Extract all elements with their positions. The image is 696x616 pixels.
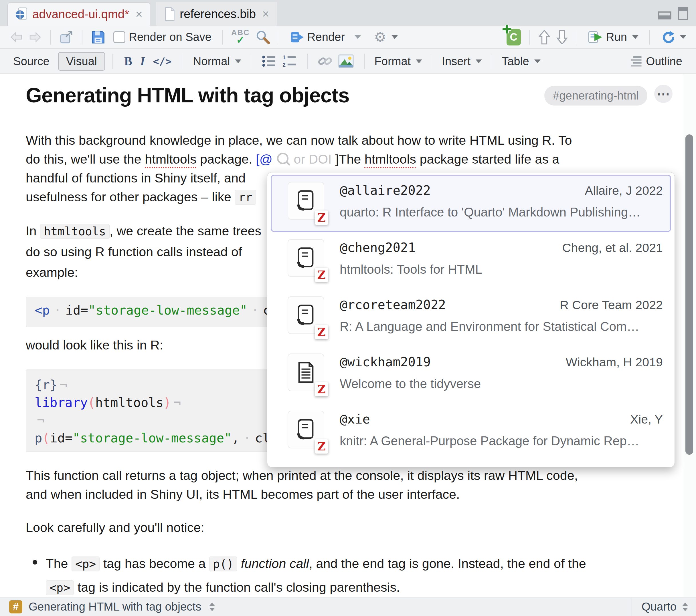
italic-button[interactable]: I — [140, 54, 145, 68]
section-more-button[interactable]: ⋯ — [654, 85, 673, 103]
text-segment: {r} — [35, 377, 57, 392]
format-menu[interactable]: Format — [372, 53, 424, 69]
reference-type-icon: Z — [288, 411, 324, 449]
text-segment: ( — [42, 431, 50, 445]
link-icon[interactable] — [317, 54, 333, 68]
editor-scrollbar[interactable] — [683, 74, 696, 597]
text-segment: htmltools — [365, 152, 416, 166]
citation-body: @cheng2021 Cheng, et al. 2021 htmltools:… — [340, 239, 663, 277]
minimize-icon[interactable] — [658, 12, 671, 19]
citation-body: @wickham2019 Wickham, H 2019 Welcome to … — [340, 354, 663, 391]
render-button[interactable]: Render — [288, 29, 347, 45]
citation-title: htmltools: Tools for HTML — [340, 262, 663, 277]
render-on-save-checkbox[interactable]: Render on Save — [111, 29, 214, 45]
outline-toggle[interactable]: Outline — [628, 53, 684, 69]
close-icon[interactable]: × — [134, 7, 143, 21]
text-segment — [237, 556, 241, 571]
citation-body: @allaire2022 Allaire, J 2022 quarto: R I… — [340, 182, 663, 220]
text-segment: · — [50, 303, 65, 318]
source-mode-button[interactable]: Source — [13, 55, 49, 68]
render-on-save-label: Render on Save — [129, 31, 211, 44]
text-segment: do this, we'll use the — [26, 152, 145, 166]
spellcheck-icon[interactable]: ABC ✓ — [231, 29, 250, 45]
svg-text:2: 2 — [283, 62, 286, 68]
find-icon[interactable] — [256, 30, 270, 45]
close-icon[interactable]: × — [260, 7, 269, 21]
back-icon[interactable] — [10, 31, 23, 44]
inline-code-button[interactable]: </> — [153, 55, 171, 67]
citation-title: R: A Language and Environment for Statis… — [340, 320, 663, 334]
save-icon[interactable] — [91, 30, 105, 44]
source-tools-button[interactable] — [658, 28, 689, 46]
run-label: Run — [606, 31, 627, 44]
paragraph-look-carefully: Look carefully and you'll notice: — [26, 518, 670, 537]
render-dropdown-caret[interactable] — [354, 35, 361, 39]
citation-item[interactable]: Z @rcoreteam2022 R Core Team 2022 R: A L… — [271, 289, 671, 346]
book-icon — [297, 304, 315, 326]
separator — [82, 30, 82, 45]
text-segment: id= — [50, 431, 73, 445]
citation-key: @cheng2021 — [340, 240, 415, 255]
outline-label: Outline — [646, 55, 682, 68]
book-icon — [297, 190, 315, 212]
zotero-badge: Z — [315, 325, 328, 339]
bullet-list-icon[interactable] — [262, 54, 276, 68]
popout-icon[interactable] — [59, 30, 74, 44]
citation-author-year: R Core Team 2022 — [560, 298, 663, 312]
citation-list: Z @allaire2022 Allaire, J 2022 quarto: R… — [271, 175, 671, 461]
maximize-icon[interactable] — [678, 7, 688, 20]
editor-format-selector[interactable]: Quarto — [632, 597, 696, 616]
citation-title: knitr: A General-Purpose Package for Dyn… — [340, 434, 663, 448]
separator — [432, 54, 432, 69]
citation-title: Welcome to the tidyverse — [340, 377, 663, 391]
quarto-file-icon — [15, 7, 28, 21]
separator — [50, 30, 51, 45]
citation-body: @rcoreteam2022 R Core Team 2022 R: A Lan… — [340, 296, 663, 334]
section-navigator[interactable]: # Generating HTML with tag objects — [0, 600, 632, 613]
citation-item[interactable]: Z @wickham2019 Wickham, H 2019 Welcome t… — [271, 346, 671, 404]
text-segment: · — [247, 303, 263, 318]
insert-chunk-button[interactable]: C — [507, 29, 521, 46]
status-bar: # Generating HTML with tag objects Quart… — [0, 597, 696, 616]
citation-item[interactable]: Z @allaire2022 Allaire, J 2022 quarto: R… — [271, 175, 671, 232]
format-menu-label: Format — [374, 55, 411, 68]
text-segment: do so using R function calls instead of — [26, 244, 242, 259]
settings-button[interactable]: ⚙ — [372, 29, 400, 46]
visual-editor-canvas[interactable]: Generating HTML with tag objects #genera… — [0, 74, 683, 597]
zotero-badge: Z — [315, 268, 328, 282]
forward-icon[interactable] — [29, 31, 42, 44]
visual-mode-button[interactable]: Visual — [58, 52, 105, 71]
article-icon — [297, 361, 315, 384]
zotero-badge: Z — [315, 439, 328, 454]
citation-item[interactable]: Z @cheng2021 Cheng, et al. 2021 htmltool… — [271, 232, 671, 289]
run-button[interactable]: Run — [586, 29, 641, 46]
section-stepper-icon[interactable] — [209, 603, 215, 611]
checkbox-icon[interactable] — [113, 31, 125, 43]
run-icon — [588, 30, 603, 44]
text-segment: "storage-low-message" — [88, 303, 247, 318]
tab-advanced-ui-qmd[interactable]: advanced-ui.qmd* × — [7, 2, 150, 26]
image-icon[interactable] — [338, 54, 354, 68]
table-menu[interactable]: Table — [500, 53, 543, 69]
separator — [364, 54, 365, 69]
text-line: do this, we'll use the htmltools package… — [26, 150, 670, 169]
text-segment: "storage-low-message" — [73, 431, 232, 445]
text-segment: , and the end tag is gone. Instead, the … — [309, 556, 586, 571]
jump-down-icon[interactable] — [556, 30, 568, 45]
paragraph-style-dropdown[interactable]: Normal — [191, 53, 243, 69]
scrollbar-thumb[interactable] — [685, 134, 693, 455]
tab-label: references.bib — [180, 7, 256, 21]
spellcheck-check-mark: ✓ — [236, 35, 245, 45]
bold-button[interactable]: B — [124, 54, 132, 68]
numbered-list-icon[interactable]: 1 2 — [282, 54, 297, 68]
format-stepper-icon — [682, 603, 688, 611]
text-segment: ¬ — [35, 413, 45, 427]
insert-menu[interactable]: Insert — [440, 53, 484, 69]
jump-up-icon[interactable] — [538, 30, 550, 45]
tab-references-bib[interactable]: references.bib × — [156, 2, 277, 26]
citation-author-year: Xie, Y — [630, 412, 663, 426]
text-segment: would look like this in R: — [26, 338, 163, 352]
tab-label: advanced-ui.qmd* — [32, 7, 129, 21]
reference-type-icon: Z — [288, 296, 324, 334]
citation-item[interactable]: Z @xie Xie, Y knitr: A General-Purpose P… — [271, 404, 671, 461]
